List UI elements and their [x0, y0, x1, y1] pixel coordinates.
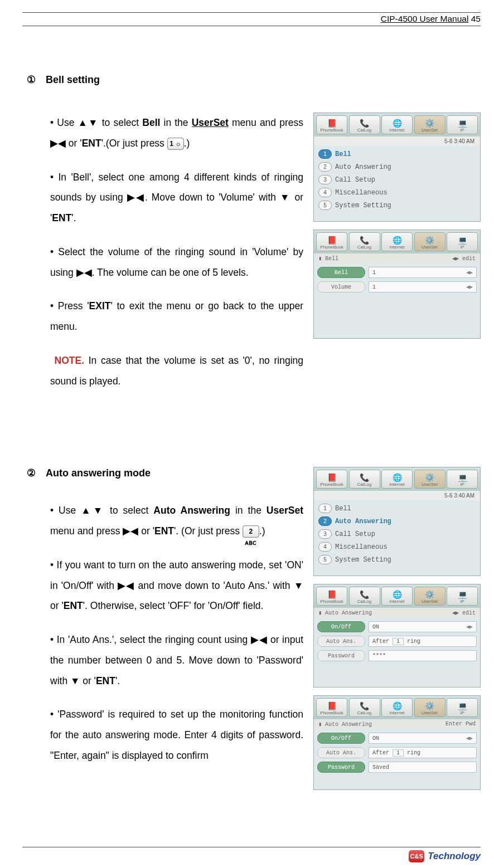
list-item: 3Call Setup [318, 175, 476, 184]
key-1-icon: 1 ☼ [167, 138, 184, 150]
field-autoans: Auto Ans. After1ring [317, 747, 477, 758]
screenshot-userset-menu-autoans: 📕PhoneBook 📞CalLog 🌐Internet ⚙️UserSet 💻… [313, 467, 481, 576]
ip-icon: 💻 [458, 119, 467, 128]
gear-icon: ⚙️ [425, 236, 434, 245]
globe-icon: 🌐 [393, 701, 402, 710]
globe-icon: 🌐 [393, 119, 402, 128]
status-time: 5-6 3:40 AM [314, 491, 480, 500]
book-icon: 📕 [327, 236, 337, 245]
book-icon: 📕 [327, 590, 337, 599]
globe-icon: 🌐 [393, 236, 402, 245]
spinner-icon: ◀▶ [466, 735, 473, 742]
list-item: 1Bell [318, 504, 476, 513]
brand-text: Technology [428, 851, 481, 862]
field-onoff: On/Off ON◀▶ [317, 621, 477, 632]
tab-userset: ⚙️UserSet [414, 115, 445, 134]
field-bell: Bell 1◀▶ [317, 267, 477, 278]
note-label: NOTE. [55, 355, 84, 366]
list-item: 2Auto Answering [318, 162, 476, 172]
section-2-body: • Use ▲▼ to select Auto Answering in the… [50, 500, 303, 765]
ip-icon: 💻 [458, 590, 467, 599]
section-1-heading: ① Bell setting [27, 74, 481, 86]
screenshot-userset-menu-bell: 📕PhoneBook 📞CalLog 🌐Internet ⚙️UserSet 💻… [313, 113, 481, 222]
globe-icon: 🌐 [393, 590, 402, 599]
list-item: 4Miscellaneous [318, 542, 476, 552]
list-item: 5System Setting [318, 555, 476, 564]
field-volume: Volume 1◀▶ [317, 281, 477, 292]
section-2-heading: ② Auto answering mode [27, 467, 303, 479]
list-item: 2Auto Answering [318, 516, 476, 526]
gear-icon: ⚙️ [425, 473, 434, 482]
screenshot-bell-edit: 📕PhoneBook 📞CalLog 🌐Internet ⚙️UserSet 💻… [313, 230, 481, 339]
field-onoff: On/Off ON◀▶ [317, 733, 477, 744]
gear-icon: ⚙️ [425, 701, 434, 710]
ip-icon: 💻 [458, 236, 467, 245]
brand-badge: C&S [409, 850, 424, 862]
page-header: CIP-4500 User Manual 45 [22, 14, 481, 26]
tab-callog: 📞CalLog [349, 115, 380, 134]
list-item: 4Miscellaneous [318, 188, 476, 197]
status-time: 5-6 3:40 AM [314, 136, 480, 146]
list-item: 3Call Setup [318, 529, 476, 539]
section-1-title: Bell setting [46, 74, 100, 86]
globe-icon: 🌐 [393, 473, 402, 482]
page-footer: C&S Technology [22, 847, 481, 862]
screenshot-autoans-edit: 📕PhoneBook 📞CalLog 🌐Internet ⚙️UserSet 💻… [313, 584, 481, 687]
list-item: 1Bell [318, 149, 476, 159]
list-item: 5System Setting [318, 201, 476, 210]
phone-icon: 📞 [360, 701, 369, 710]
spinner-icon: ◀▶ [466, 284, 473, 290]
gear-icon: ⚙️ [425, 119, 434, 128]
tab-phonebook: 📕PhoneBook [316, 115, 347, 134]
tab-internet: 🌐Internet [381, 115, 413, 134]
spinner-icon: ◀▶ [466, 623, 473, 630]
spinner-icon: ◀▶ [466, 269, 473, 276]
key-2-icon: 2 ᴀʙᴄ [243, 525, 259, 538]
circled-1-icon: ① [27, 74, 36, 86]
section-1-body: • Use ▲▼ to select Bell in the UserSet m… [50, 113, 303, 391]
book-icon: 📕 [327, 701, 337, 710]
book-icon: 📕 [327, 473, 337, 482]
book-icon: 📕 [327, 119, 337, 128]
field-password: Password **** [317, 650, 477, 661]
phone-icon: 📞 [360, 590, 369, 599]
phone-icon: 📞 [360, 473, 369, 482]
tab-ip: 💻IP [447, 115, 478, 134]
manual-title: CIP-4500 User Manual [381, 14, 469, 23]
ip-icon: 💻 [458, 701, 467, 710]
circled-2-icon: ② [27, 467, 36, 479]
section-2-title: Auto answering mode [46, 467, 151, 479]
page-number: 45 [471, 14, 481, 23]
gear-icon: ⚙️ [425, 590, 434, 599]
field-autoans: Auto Ans. After1ring [317, 636, 477, 647]
ip-icon: 💻 [458, 473, 467, 482]
field-password: Password Saved [317, 762, 477, 773]
phone-icon: 📞 [360, 236, 369, 245]
phone-icon: 📞 [360, 119, 369, 128]
screenshot-autoans-password: 📕PhoneBook 📞CalLog 🌐Internet ⚙️UserSet 💻… [313, 695, 481, 790]
